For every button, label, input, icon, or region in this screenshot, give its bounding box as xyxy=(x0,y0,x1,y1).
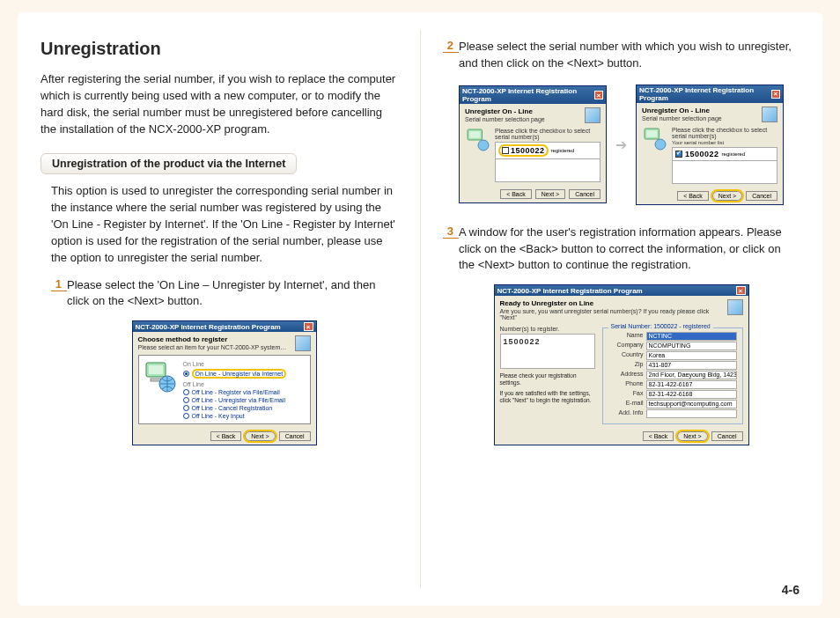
field-label-email: E-mail xyxy=(608,400,644,408)
figure-dialog-2-pair: NCT-2000-XP Internet Registration Progra… xyxy=(443,85,799,205)
field-value-addinfo[interactable] xyxy=(646,409,737,418)
dialog-select-serial-after: NCT-2000-XP Internet Registration Progra… xyxy=(636,85,784,205)
next-button[interactable]: Next > xyxy=(535,189,565,199)
radio-label: Off Line - Cancel Registration xyxy=(192,405,273,411)
left-panel: Number(s) to register. 1500022 Please ch… xyxy=(500,326,595,424)
back-button[interactable]: < Back xyxy=(210,431,242,441)
field-value-email[interactable]: techsupport@ncomputing.com xyxy=(646,400,737,408)
note-check-settings: Please check your registration settings. xyxy=(500,372,595,386)
radio-offline-unregister-file[interactable]: Off Line - Unregister via File/Email xyxy=(183,396,306,404)
close-icon[interactable]: × xyxy=(736,286,746,295)
field-label-address: Address xyxy=(608,371,644,379)
field-label-name: Name xyxy=(608,332,644,341)
dialog-instruction: Please click the checkbox to select seri… xyxy=(672,127,777,139)
step-text: Please select the serial number with whi… xyxy=(459,39,799,72)
right-column: 2 Please select the serial number with w… xyxy=(420,12,822,606)
option-group-online: On Line xyxy=(183,361,306,367)
dialog-titlebar: NCT-2000-XP Internet Registration Progra… xyxy=(495,285,748,296)
checkbox-icon[interactable] xyxy=(502,147,509,154)
field-value-company[interactable]: NCOMPUTING xyxy=(646,342,737,350)
field-label-phone: Phone xyxy=(608,380,644,389)
step-2: 2 Please select the serial number with w… xyxy=(443,39,799,72)
radio-label: Off Line - Unregister via File/Email xyxy=(192,397,285,403)
cancel-button[interactable]: Cancel xyxy=(279,431,311,441)
svg-point-9 xyxy=(655,139,666,150)
field-label-zip: Zip xyxy=(608,361,644,370)
field-value-address[interactable]: 2nd Floor, Daeyoung Bldg, 1423 xyxy=(646,371,737,379)
field-value-country[interactable]: Korea xyxy=(646,351,737,360)
dialog-section-title: Unregister On - Line xyxy=(642,107,722,114)
serial-status: registered xyxy=(722,151,746,157)
dialog-title-text: NCT-2000-XP Internet Registration Progra… xyxy=(462,87,594,103)
close-icon[interactable]: × xyxy=(594,91,603,99)
note-click-next: If you are satisfied with the settings, … xyxy=(500,390,595,404)
dialog-title-text: NCT-2000-XP Internet Registration Progra… xyxy=(497,287,643,295)
next-button[interactable]: Next > xyxy=(245,431,275,441)
figure-dialog-3: NCT-2000-XP Internet Registration Progra… xyxy=(443,284,799,445)
radio-offline-register-file[interactable]: Off Line - Register via File/Email xyxy=(183,388,306,396)
radio-icon xyxy=(183,371,189,377)
page-title: Unregistration xyxy=(41,39,397,59)
step-3: 3 A window for the user's registration i… xyxy=(443,224,799,275)
cancel-button[interactable]: Cancel xyxy=(569,189,601,199)
checkbox-icon[interactable] xyxy=(675,151,682,158)
field-label-fax: Fax xyxy=(608,390,644,399)
back-button[interactable]: < Back xyxy=(500,189,532,199)
registration-fieldset: Serial Number: 1500022 - registered Name… xyxy=(602,327,743,424)
svg-rect-5 xyxy=(469,131,480,138)
step-number: 2 xyxy=(443,39,459,53)
back-button[interactable]: < Back xyxy=(643,431,674,441)
dialog-choose-method: NCT-2000-XP Internet Registration Progra… xyxy=(132,320,317,445)
cancel-button[interactable]: Cancel xyxy=(746,191,777,201)
serial-list-item[interactable]: 1500022 registered xyxy=(495,142,601,159)
windows-logo-icon xyxy=(762,107,777,122)
windows-logo-icon xyxy=(295,335,311,351)
svg-rect-1 xyxy=(149,365,163,374)
option-group-offline: Off Line xyxy=(183,381,306,387)
dialog-section-sub: Please select an item for your NCT-2000-… xyxy=(138,344,287,350)
radio-label: Off Line - Register via File/Email xyxy=(192,389,280,395)
subsection-heading: Unregistration of the product via the In… xyxy=(41,153,297,174)
close-icon[interactable]: × xyxy=(304,322,313,331)
radio-label: On Line - Unregister via Internet xyxy=(195,371,284,377)
serial-list-item[interactable]: 1500022 registered xyxy=(672,147,777,161)
field-label-country: Country xyxy=(608,351,644,360)
windows-logo-icon xyxy=(585,107,601,123)
dialog-button-row: < Back Next > Cancel xyxy=(133,428,316,445)
dialog-select-serial-before: NCT-2000-XP Internet Registration Progra… xyxy=(459,85,607,203)
step-number: 3 xyxy=(443,224,459,239)
svg-rect-8 xyxy=(646,130,657,137)
serial-status: registered xyxy=(551,148,575,153)
serial-list-empty xyxy=(672,161,777,184)
close-icon[interactable]: × xyxy=(771,90,780,99)
field-value-fax[interactable]: 82-31-422-6168 xyxy=(646,390,737,399)
dialog-title-text: NCT-2000-XP Internet Registration Progra… xyxy=(136,323,281,331)
back-button[interactable]: < Back xyxy=(677,191,709,201)
dialog-body: Choose method to register Please select … xyxy=(133,332,316,428)
numbers-label: Number(s) to register. xyxy=(500,326,595,332)
page: Unregistration After registering the ser… xyxy=(18,12,822,606)
dialog-instruction: Please click the checkbox to select seri… xyxy=(495,128,601,140)
dialog-section-sub: Serial number selection page xyxy=(642,115,722,121)
page-number: 4-6 xyxy=(782,583,799,597)
radio-icon xyxy=(183,397,189,403)
serial-number-box: 1500022 xyxy=(500,334,595,369)
field-value-zip[interactable]: 431-807 xyxy=(646,361,737,370)
svg-point-6 xyxy=(478,140,489,151)
step-number: 1 xyxy=(51,277,67,291)
field-value-phone[interactable]: 82-31-422-6167 xyxy=(646,380,737,389)
step-text: Please select the 'On Line – Unregister … xyxy=(67,277,397,311)
serial-list-empty xyxy=(495,159,601,182)
next-button[interactable]: Next > xyxy=(677,431,707,441)
cancel-button[interactable]: Cancel xyxy=(711,431,743,441)
fieldset-legend: Serial Number: 1500022 - registered xyxy=(608,323,713,329)
highlight-serial-checkbox: 1500022 xyxy=(498,144,549,157)
next-button[interactable]: Next > xyxy=(712,191,742,201)
radio-offline-key-input[interactable]: Off Line - Key Input xyxy=(183,412,306,420)
dialog-title-text: NCT-2000-XP Internet Registration Progra… xyxy=(639,86,771,102)
field-value-name[interactable]: NCTINC xyxy=(646,332,737,341)
subsection-description: This option is used to unregister the co… xyxy=(51,183,397,266)
radio-online-unregister[interactable]: On Line - Unregister via Internet xyxy=(183,368,306,379)
radio-offline-cancel[interactable]: Off Line - Cancel Registration xyxy=(183,404,306,412)
radio-icon xyxy=(183,389,189,395)
